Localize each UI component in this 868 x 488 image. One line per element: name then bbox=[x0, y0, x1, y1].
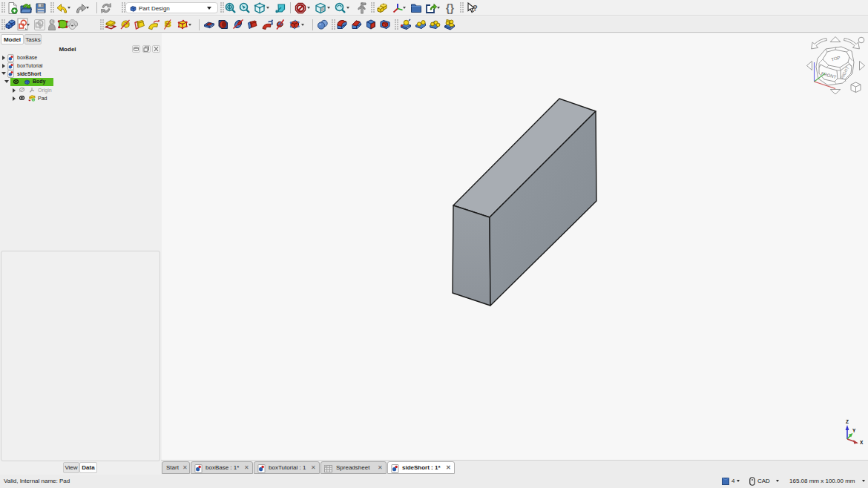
svg-text:Y: Y bbox=[852, 428, 856, 433]
svg-text:Z: Z bbox=[846, 419, 849, 424]
svg-text:X: X bbox=[860, 440, 864, 445]
svg-text:?: ? bbox=[473, 4, 478, 13]
svg-text:{}: {} bbox=[446, 2, 454, 14]
